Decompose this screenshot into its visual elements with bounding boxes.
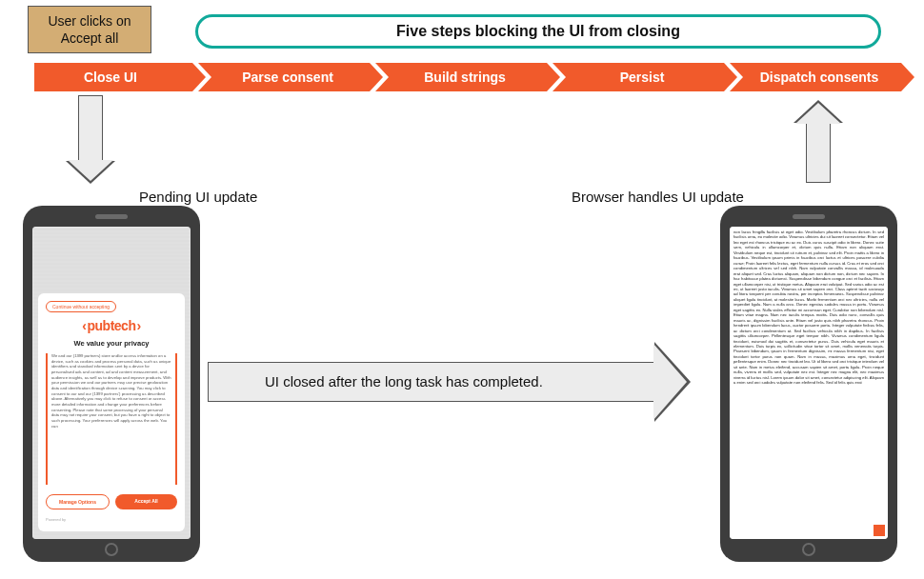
continue-without-link[interactable]: Continue without accepting — [46, 301, 116, 312]
step-persist: Persist — [552, 63, 724, 91]
accept-all-button[interactable]: Accept All — [115, 494, 177, 509]
phone-speaker-icon — [793, 214, 825, 219]
step-build-strings: Build strings — [375, 63, 547, 91]
dialog-tagline: We value your privacy — [46, 339, 177, 348]
phone-home-icon — [105, 543, 118, 556]
step-dispatch-consents: Dispatch consents — [730, 63, 901, 91]
label-ui-closed: UI closed after the long task has comple… — [265, 373, 543, 389]
arrow-down-icon — [78, 95, 103, 162]
phone-home-icon — [802, 543, 815, 556]
powered-by-text: Powered by — [46, 517, 177, 522]
arrow-up-icon — [806, 122, 831, 183]
user-action-box: User clicks on Accept all — [28, 6, 151, 53]
label-pending-update: Pending UI update — [139, 189, 257, 205]
manage-options-button[interactable]: Manage Options — [46, 494, 110, 509]
step-label: Close UI — [84, 70, 137, 85]
title-pill-text: Five steps blocking the UI from closing — [396, 23, 680, 40]
step-parse-consent: Parse consent — [198, 63, 370, 91]
phone-screen: Continue without accepting pubtech We va… — [32, 227, 191, 539]
step-label: Parse consent — [242, 70, 333, 85]
label-browser-update: Browser handles UI update — [572, 189, 744, 205]
steps-strip: Close UI Parse consent Build strings Per… — [34, 63, 901, 91]
dialog-body-text: We and our (1399 partners) store and/or … — [46, 353, 177, 485]
phone-screen: non lacus fringilla facilisis at eget od… — [730, 227, 888, 539]
phone-before: Continue without accepting pubtech We va… — [23, 206, 200, 562]
cmp-badge-icon — [874, 525, 885, 536]
title-pill: Five steps blocking the UI from closing — [195, 14, 881, 49]
dialog-button-row: Manage Options Accept All — [46, 494, 177, 509]
user-action-text: User clicks on Accept all — [29, 12, 151, 47]
step-label: Build strings — [424, 70, 506, 85]
step-close-ui: Close UI — [34, 63, 192, 91]
brand-logo: pubtech — [46, 318, 177, 333]
step-label: Dispatch consents — [760, 70, 878, 85]
step-label: Persist — [620, 70, 665, 85]
phone-speaker-icon — [95, 214, 128, 219]
consent-dialog: Continue without accepting pubtech We va… — [38, 293, 185, 531]
phone-after: non lacus fringilla facilisis at eget od… — [720, 206, 897, 562]
